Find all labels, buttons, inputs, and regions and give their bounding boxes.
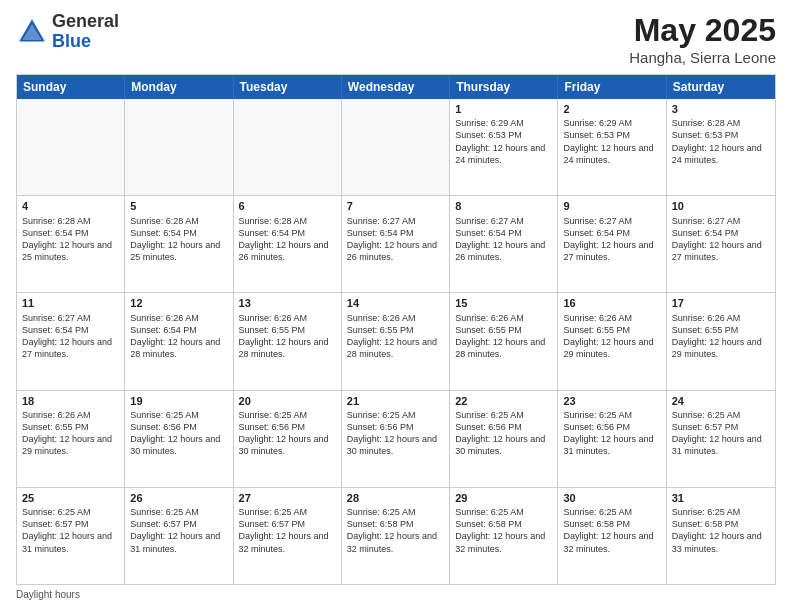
sun-info: Sunrise: 6:25 AMSunset: 6:57 PMDaylight:… xyxy=(130,506,227,555)
sun-info: Sunrise: 6:25 AMSunset: 6:56 PMDaylight:… xyxy=(563,409,660,458)
day-number: 31 xyxy=(672,491,770,505)
sun-info: Sunrise: 6:28 AMSunset: 6:54 PMDaylight:… xyxy=(22,215,119,264)
sun-info: Sunrise: 6:27 AMSunset: 6:54 PMDaylight:… xyxy=(563,215,660,264)
day-number: 5 xyxy=(130,199,227,213)
day-number: 24 xyxy=(672,394,770,408)
day-number: 3 xyxy=(672,102,770,116)
day-number: 26 xyxy=(130,491,227,505)
day-number: 27 xyxy=(239,491,336,505)
day-number: 30 xyxy=(563,491,660,505)
sun-info: Sunrise: 6:27 AMSunset: 6:54 PMDaylight:… xyxy=(672,215,770,264)
calendar-cell xyxy=(125,99,233,195)
day-number: 19 xyxy=(130,394,227,408)
calendar-cell: 15Sunrise: 6:26 AMSunset: 6:55 PMDayligh… xyxy=(450,293,558,389)
calendar-week-row: 25Sunrise: 6:25 AMSunset: 6:57 PMDayligh… xyxy=(17,488,775,584)
calendar-cell: 9Sunrise: 6:27 AMSunset: 6:54 PMDaylight… xyxy=(558,196,666,292)
day-number: 15 xyxy=(455,296,552,310)
sun-info: Sunrise: 6:27 AMSunset: 6:54 PMDaylight:… xyxy=(22,312,119,361)
day-number: 2 xyxy=(563,102,660,116)
calendar-cell: 16Sunrise: 6:26 AMSunset: 6:55 PMDayligh… xyxy=(558,293,666,389)
sun-info: Sunrise: 6:29 AMSunset: 6:53 PMDaylight:… xyxy=(563,117,660,166)
calendar-cell: 10Sunrise: 6:27 AMSunset: 6:54 PMDayligh… xyxy=(667,196,775,292)
day-number: 6 xyxy=(239,199,336,213)
sun-info: Sunrise: 6:26 AMSunset: 6:55 PMDaylight:… xyxy=(22,409,119,458)
calendar-week-row: 4Sunrise: 6:28 AMSunset: 6:54 PMDaylight… xyxy=(17,196,775,293)
calendar-cell: 1Sunrise: 6:29 AMSunset: 6:53 PMDaylight… xyxy=(450,99,558,195)
sun-info: Sunrise: 6:26 AMSunset: 6:55 PMDaylight:… xyxy=(239,312,336,361)
sun-info: Sunrise: 6:25 AMSunset: 6:56 PMDaylight:… xyxy=(455,409,552,458)
sun-info: Sunrise: 6:28 AMSunset: 6:54 PMDaylight:… xyxy=(239,215,336,264)
calendar-week-row: 1Sunrise: 6:29 AMSunset: 6:53 PMDaylight… xyxy=(17,99,775,196)
calendar-cell: 6Sunrise: 6:28 AMSunset: 6:54 PMDaylight… xyxy=(234,196,342,292)
day-number: 12 xyxy=(130,296,227,310)
sun-info: Sunrise: 6:27 AMSunset: 6:54 PMDaylight:… xyxy=(455,215,552,264)
calendar-cell: 7Sunrise: 6:27 AMSunset: 6:54 PMDaylight… xyxy=(342,196,450,292)
sun-info: Sunrise: 6:25 AMSunset: 6:57 PMDaylight:… xyxy=(22,506,119,555)
calendar: SundayMondayTuesdayWednesdayThursdayFrid… xyxy=(16,74,776,585)
calendar-cell: 23Sunrise: 6:25 AMSunset: 6:56 PMDayligh… xyxy=(558,391,666,487)
page: GeneralBlue May 2025 Hangha, Sierra Leon… xyxy=(0,0,792,612)
calendar-cell: 8Sunrise: 6:27 AMSunset: 6:54 PMDaylight… xyxy=(450,196,558,292)
sun-info: Sunrise: 6:25 AMSunset: 6:56 PMDaylight:… xyxy=(347,409,444,458)
sun-info: Sunrise: 6:28 AMSunset: 6:54 PMDaylight:… xyxy=(130,215,227,264)
day-number: 29 xyxy=(455,491,552,505)
calendar-week-row: 11Sunrise: 6:27 AMSunset: 6:54 PMDayligh… xyxy=(17,293,775,390)
day-number: 11 xyxy=(22,296,119,310)
day-number: 17 xyxy=(672,296,770,310)
sun-info: Sunrise: 6:25 AMSunset: 6:58 PMDaylight:… xyxy=(347,506,444,555)
calendar-cell: 4Sunrise: 6:28 AMSunset: 6:54 PMDaylight… xyxy=(17,196,125,292)
day-number: 9 xyxy=(563,199,660,213)
logo: GeneralBlue xyxy=(16,12,119,52)
calendar-cell: 3Sunrise: 6:28 AMSunset: 6:53 PMDaylight… xyxy=(667,99,775,195)
calendar-cell: 5Sunrise: 6:28 AMSunset: 6:54 PMDaylight… xyxy=(125,196,233,292)
sun-info: Sunrise: 6:25 AMSunset: 6:58 PMDaylight:… xyxy=(455,506,552,555)
calendar-cell: 22Sunrise: 6:25 AMSunset: 6:56 PMDayligh… xyxy=(450,391,558,487)
calendar-week-row: 18Sunrise: 6:26 AMSunset: 6:55 PMDayligh… xyxy=(17,391,775,488)
calendar-header: SundayMondayTuesdayWednesdayThursdayFrid… xyxy=(17,75,775,99)
calendar-cell: 26Sunrise: 6:25 AMSunset: 6:57 PMDayligh… xyxy=(125,488,233,584)
calendar-cell: 27Sunrise: 6:25 AMSunset: 6:57 PMDayligh… xyxy=(234,488,342,584)
calendar-cell: 12Sunrise: 6:26 AMSunset: 6:54 PMDayligh… xyxy=(125,293,233,389)
calendar-cell: 17Sunrise: 6:26 AMSunset: 6:55 PMDayligh… xyxy=(667,293,775,389)
header: GeneralBlue May 2025 Hangha, Sierra Leon… xyxy=(16,12,776,66)
calendar-cell: 31Sunrise: 6:25 AMSunset: 6:58 PMDayligh… xyxy=(667,488,775,584)
sun-info: Sunrise: 6:27 AMSunset: 6:54 PMDaylight:… xyxy=(347,215,444,264)
calendar-cell: 30Sunrise: 6:25 AMSunset: 6:58 PMDayligh… xyxy=(558,488,666,584)
location: Hangha, Sierra Leone xyxy=(629,49,776,66)
sun-info: Sunrise: 6:25 AMSunset: 6:56 PMDaylight:… xyxy=(239,409,336,458)
day-number: 25 xyxy=(22,491,119,505)
weekday-header: Friday xyxy=(558,75,666,99)
sun-info: Sunrise: 6:25 AMSunset: 6:57 PMDaylight:… xyxy=(239,506,336,555)
weekday-header: Sunday xyxy=(17,75,125,99)
sun-info: Sunrise: 6:25 AMSunset: 6:58 PMDaylight:… xyxy=(672,506,770,555)
day-number: 23 xyxy=(563,394,660,408)
sun-info: Sunrise: 6:25 AMSunset: 6:56 PMDaylight:… xyxy=(130,409,227,458)
calendar-cell xyxy=(342,99,450,195)
sun-info: Sunrise: 6:26 AMSunset: 6:55 PMDaylight:… xyxy=(563,312,660,361)
day-number: 28 xyxy=(347,491,444,505)
sun-info: Sunrise: 6:26 AMSunset: 6:55 PMDaylight:… xyxy=(672,312,770,361)
calendar-cell: 20Sunrise: 6:25 AMSunset: 6:56 PMDayligh… xyxy=(234,391,342,487)
calendar-cell: 14Sunrise: 6:26 AMSunset: 6:55 PMDayligh… xyxy=(342,293,450,389)
sun-info: Sunrise: 6:29 AMSunset: 6:53 PMDaylight:… xyxy=(455,117,552,166)
title-block: May 2025 Hangha, Sierra Leone xyxy=(629,12,776,66)
weekday-header: Wednesday xyxy=(342,75,450,99)
calendar-cell: 29Sunrise: 6:25 AMSunset: 6:58 PMDayligh… xyxy=(450,488,558,584)
sun-info: Sunrise: 6:28 AMSunset: 6:53 PMDaylight:… xyxy=(672,117,770,166)
calendar-cell: 19Sunrise: 6:25 AMSunset: 6:56 PMDayligh… xyxy=(125,391,233,487)
day-number: 7 xyxy=(347,199,444,213)
day-number: 4 xyxy=(22,199,119,213)
calendar-cell: 13Sunrise: 6:26 AMSunset: 6:55 PMDayligh… xyxy=(234,293,342,389)
weekday-header: Saturday xyxy=(667,75,775,99)
logo-icon xyxy=(16,16,48,48)
day-number: 14 xyxy=(347,296,444,310)
day-number: 1 xyxy=(455,102,552,116)
day-number: 8 xyxy=(455,199,552,213)
weekday-header: Monday xyxy=(125,75,233,99)
calendar-cell: 2Sunrise: 6:29 AMSunset: 6:53 PMDaylight… xyxy=(558,99,666,195)
calendar-cell: 24Sunrise: 6:25 AMSunset: 6:57 PMDayligh… xyxy=(667,391,775,487)
day-number: 22 xyxy=(455,394,552,408)
calendar-cell xyxy=(17,99,125,195)
sun-info: Sunrise: 6:25 AMSunset: 6:58 PMDaylight:… xyxy=(563,506,660,555)
calendar-cell: 28Sunrise: 6:25 AMSunset: 6:58 PMDayligh… xyxy=(342,488,450,584)
